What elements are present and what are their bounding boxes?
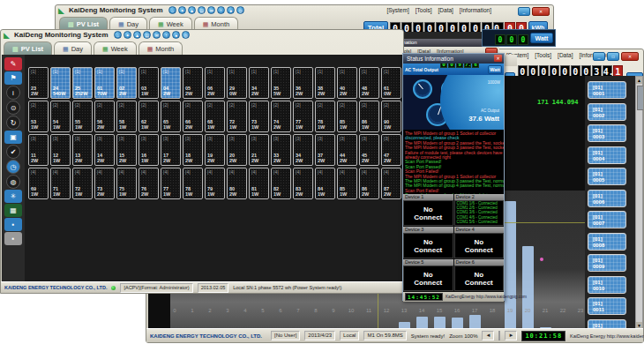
pv-cell-72[interactable]: [4]721W [72, 168, 93, 199]
pv-button-0003[interactable]: [01]0003 [588, 124, 626, 142]
pv-cell-40[interactable]: [1]402W [337, 67, 357, 99]
pv-cell-74[interactable]: [2]742W [271, 101, 291, 132]
pv-cell-34[interactable]: [1]342W [249, 67, 269, 99]
tab-day[interactable]: ▦Day [54, 41, 92, 56]
pv-cell-83[interactable]: [4]832W [293, 168, 313, 199]
chart-icon[interactable]: ▦ [4, 204, 22, 217]
pv-button-0009[interactable]: [01]0009 [588, 254, 626, 272]
panel-blue-icon[interactable]: ▪ [4, 218, 22, 231]
website-link[interactable]: KaiDeng Energy http://www.kaidengpig.com [570, 333, 644, 339]
pv-cell-11[interactable]: [3]112W [28, 134, 49, 166]
pv-cell-86[interactable]: [2]861W [359, 101, 379, 132]
minimize-button[interactable]: _ [593, 52, 605, 61]
pv-cell-17[interactable]: [3]172W [161, 134, 181, 166]
pv-cell-90[interactable]: [2]901W [381, 101, 401, 132]
pv-cell-20[interactable]: [3]202W [227, 134, 247, 166]
pv-cell-61[interactable]: [1]610W [381, 67, 401, 99]
pv-cell-78[interactable]: [2]781W [315, 101, 335, 132]
help-icon[interactable]: ◎ [236, 6, 244, 14]
lock-icon[interactable]: ▲ [133, 31, 141, 39]
layout-icon[interactable]: ▤ [143, 31, 151, 39]
tab-pv-list[interactable]: ▤PV List [4, 41, 52, 56]
refresh-icon[interactable]: ↻ [6, 116, 20, 130]
data-marker[interactable] [540, 258, 543, 261]
pv-cell-76[interactable]: [4]762W [139, 168, 159, 199]
pv-cell-29[interactable]: [1]290W [227, 67, 247, 99]
vertical-scrollbar[interactable]: ▲ ▼ [635, 76, 643, 330]
pv-cell-73[interactable]: [2]731W [249, 101, 269, 132]
pv-button-0010[interactable]: [01]0010 [588, 276, 626, 294]
titlebar[interactable]: Status Information ✕ [403, 54, 504, 64]
pv-cell-02[interactable]: [1]022W [116, 67, 137, 99]
device-status-6[interactable]: NoConnect [454, 266, 505, 291]
pv-cell-78[interactable]: [4]781W [183, 168, 203, 199]
upload-icon[interactable]: ↑ [217, 6, 225, 14]
menu-item-system[interactable]: [System] [386, 7, 408, 13]
pv-cell-06[interactable]: [1]062W [205, 67, 225, 99]
device-status-4[interactable]: NoConnect [454, 233, 505, 258]
pv-cell-14[interactable]: [3]142W [94, 134, 115, 166]
pv-cell-34[interactable]: [3]342W [293, 134, 313, 166]
h-scroll-right[interactable]: ► [505, 331, 517, 340]
chart-bar-h20[interactable] [522, 246, 534, 330]
mail-icon[interactable]: ✉ [207, 6, 215, 14]
pv-cell-45[interactable]: [3]452W [359, 134, 379, 166]
help-icon[interactable]: ◎ [182, 31, 190, 39]
event-console[interactable]: The MPI Modem of group 1 Socket of colle… [403, 130, 504, 194]
pv-cell-33[interactable]: [3]332W [271, 134, 291, 166]
power-icon[interactable]: ⊙ [6, 101, 20, 115]
pv-button-0001[interactable]: [01]0001 [588, 81, 626, 99]
panel-gray-icon[interactable]: ▪ [4, 232, 22, 245]
pv-cell-15[interactable]: [3]152W [116, 134, 137, 166]
pv-cell-18[interactable]: [3]182W [183, 134, 203, 166]
pv-cell-85[interactable]: [4]851W [337, 168, 357, 199]
pv-cell-03[interactable]: [1]031W [139, 67, 159, 99]
pv-cell-23[interactable]: [1]232W [28, 67, 49, 99]
pv-cell-86[interactable]: [4]862W [359, 168, 379, 199]
menu-item-data[interactable]: [Data] [438, 7, 453, 13]
window-icon[interactable]: ▣ [4, 131, 22, 144]
pv-cell-73[interactable]: [4]732W [94, 168, 115, 199]
tab-month[interactable]: ▦Month [139, 41, 183, 56]
scroll-up-arrow[interactable]: ▲ [636, 77, 642, 84]
pv-cell-56[interactable]: [2]562W [94, 101, 115, 132]
pv-cell-80[interactable]: [4]802W [227, 168, 247, 199]
pv-cell-24[interactable]: [1]24540W [50, 67, 71, 99]
pv-cell-16[interactable]: [3]161W [139, 134, 159, 166]
flag-icon[interactable]: ⚑ [4, 71, 22, 85]
pv-cell-87[interactable]: [4]872W [381, 168, 401, 199]
pv-cell-25[interactable]: [1]25252W [72, 67, 93, 99]
clock-icon[interactable]: ◷ [6, 160, 20, 174]
pv-cell-47[interactable]: [3]472W [381, 134, 401, 166]
globe-icon[interactable]: ◍ [6, 175, 20, 189]
pv-cell-55[interactable]: [2]551W [72, 101, 93, 132]
website-link[interactable]: KaiDengEnergy http://www.kaidengpig.com [446, 295, 527, 299]
pv-cell-82[interactable]: [4]821W [271, 168, 291, 199]
upload-icon[interactable]: ↑ [162, 31, 170, 39]
pv-cell-19[interactable]: [3]192W [205, 134, 225, 166]
record-icon[interactable]: ● [172, 31, 180, 39]
pv-cell-77[interactable]: [2]771W [293, 101, 313, 132]
layout-icon[interactable]: ▤ [198, 6, 206, 14]
titlebar[interactable]: ◣ KaiDeng Monitoring System ⌂✦▲▤✉↑●◎ [1, 30, 403, 41]
device-status-3[interactable]: NoConnect [403, 233, 453, 258]
pv-cell-13[interactable]: [3]132W [72, 134, 93, 166]
pv-cell-79[interactable]: [4]791W [205, 168, 225, 199]
pen-tool-icon[interactable]: ✎ [4, 57, 22, 71]
pv-cell-04[interactable]: [1]042W [161, 67, 181, 99]
pv-cell-12[interactable]: [3]121W [50, 134, 71, 166]
pv-cell-54[interactable]: [2]541W [50, 101, 71, 132]
pv-cell-69[interactable]: [4]691W [28, 168, 49, 199]
pv-cell-62[interactable]: [2]621W [139, 101, 159, 132]
pv-button-0005[interactable]: [01]0005 [588, 168, 626, 185]
tab-week[interactable]: ▦Week [94, 41, 137, 56]
settings-icon[interactable]: ✦ [124, 31, 131, 39]
check-icon[interactable]: ✔ [6, 145, 20, 159]
pv-button-0008[interactable]: [01]0008 [588, 233, 626, 251]
home-icon[interactable]: ⌂ [168, 6, 176, 14]
pv-cell-85[interactable]: [2]851W [337, 101, 357, 132]
device-status-1[interactable]: NoConnect [403, 200, 453, 226]
pv-cell-38[interactable]: [1]382W [315, 67, 335, 99]
pv-cell-65[interactable]: [2]651W [161, 101, 181, 132]
settings-icon[interactable]: ✦ [178, 6, 186, 14]
